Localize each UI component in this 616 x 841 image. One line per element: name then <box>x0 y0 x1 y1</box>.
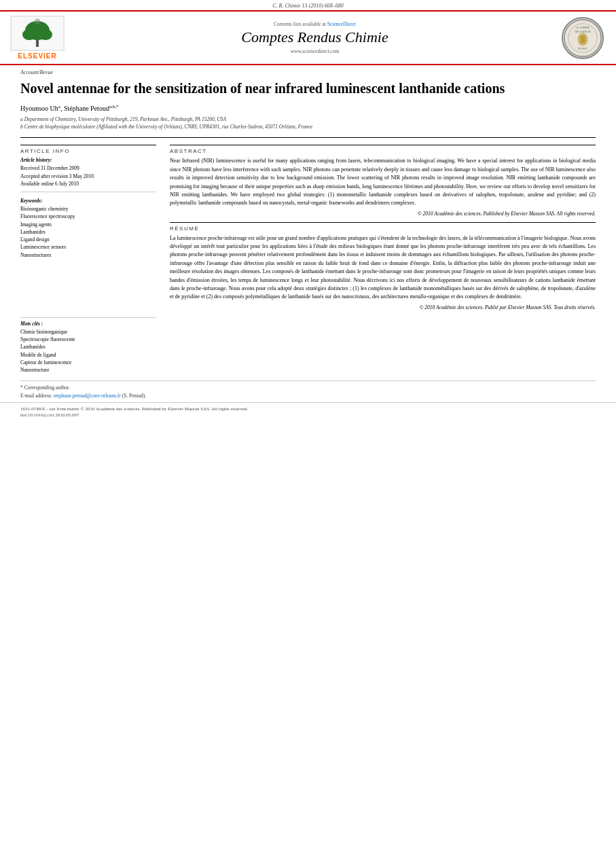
article-type: Account/Revue <box>0 65 616 77</box>
mot-cle-6: Nanostructure <box>20 366 156 374</box>
resume-copyright: © 2010 Académie des sciences. Publié par… <box>170 304 596 310</box>
mots-cles-section-row: Mots clés : Chimie bioinorganique Spectr… <box>0 315 616 374</box>
keyword-7: Nanostructures <box>20 251 156 259</box>
article-history-block: Article history: Received 31 December 20… <box>20 157 156 192</box>
email-address[interactable]: stephane.petoud@cnrs-orleans.fr <box>54 393 121 399</box>
email-attribution: (S. Petoud). <box>122 393 147 399</box>
elsevier-logo: ELSEVIER <box>7 16 68 60</box>
affiliation-marker-ab: a,b,* <box>109 104 119 109</box>
bottom-bar: 1631-0748/$ – see front matter © 2010 Ac… <box>0 402 616 421</box>
journal-header: ELSEVIER Contents lists available at Sci… <box>0 10 616 65</box>
footer-section: * Corresponding author. E-mail address: … <box>20 380 596 399</box>
mot-cle-5: Capteur de luminescence <box>20 359 156 366</box>
academie-emblem-icon: ACADÉMIE DES SCIENCES FRANCE <box>562 17 604 59</box>
svg-point-3 <box>22 29 36 40</box>
top-citation-bar: C. R. Chimie 13 (2010) 668–680 <box>0 0 616 10</box>
abstract-text: Near Infrared (NIR) luminescence is usef… <box>170 157 596 207</box>
keyword-1: Bioinorganic chemistry <box>20 205 156 213</box>
article-authors: Hyounsoo Uha, Stéphane Petouda,b,* <box>0 101 616 115</box>
article-info-header: ARTICLE INFO <box>20 148 156 154</box>
elsevier-tree-icon <box>10 16 65 51</box>
mot-cle-4: Modèle de ligand <box>20 351 156 359</box>
author-hyounsoo: Hyounsoo Uh <box>20 105 58 112</box>
affiliation-a: a Department of Chemistry, University of… <box>20 116 596 124</box>
affiliations: a Department of Chemistry, University of… <box>0 115 616 135</box>
svg-rect-12 <box>580 35 585 43</box>
svg-point-5 <box>35 18 40 24</box>
section-divider <box>20 137 596 138</box>
keyword-2: Fluorescence spectroscopy <box>20 213 156 220</box>
academie-seal-icon: ACADÉMIE DES SCIENCES FRANCE <box>563 18 602 58</box>
accepted-date: Accepted after revision 3 May 2010 <box>20 173 156 180</box>
article-info-column: ARTICLE INFO Article history: Received 3… <box>20 145 156 310</box>
mot-cle-1: Chimie bioinorganique <box>20 328 156 336</box>
affiliation-b: b Centre de biophysique moléculaire (Aff… <box>20 124 596 131</box>
citation-text: C. R. Chimie 13 (2010) 668–680 <box>272 3 344 9</box>
abstract-copyright: © 2010 Académie des sciences. Published … <box>170 211 596 217</box>
author-separator: , Stéphane Petoud <box>60 105 109 112</box>
mot-cle-3: Lanthanides <box>20 343 156 351</box>
history-label: Article history: <box>20 157 156 163</box>
contents-label: Contents lists available at <box>274 21 326 27</box>
resume-header: RÉSUMÉ <box>170 226 596 232</box>
keywords-label: Keywords: <box>20 198 156 204</box>
keyword-5: Ligand design <box>20 236 156 243</box>
mots-cles-right-spacer <box>170 315 596 374</box>
resume-text: La luminescence proche-infrarouge est ut… <box>170 234 596 302</box>
corresponding-author-note: * Corresponding author. <box>20 384 596 391</box>
mots-cles-label: Mots clés : <box>20 321 156 327</box>
abstract-column: ABSTRACT Near Infrared (NIR) luminescenc… <box>170 145 596 310</box>
mots-cles-block: Mots clés : Chimie bioinorganique Spectr… <box>20 317 156 374</box>
doi-line: doi:10.1016/j.crci.2010.05.007 <box>20 412 596 418</box>
contents-available-line: Contents lists available at ScienceDirec… <box>75 21 555 27</box>
sciencedirect-link[interactable]: ScienceDirect <box>327 21 356 27</box>
elsevier-wordmark: ELSEVIER <box>18 52 56 60</box>
svg-text:ACADÉMIE: ACADÉMIE <box>576 26 590 29</box>
keywords-block: Keywords: Bioinorganic chemistry Fluores… <box>20 198 156 263</box>
abstract-header: ABSTRACT <box>170 148 596 154</box>
issn-line: 1631-0748/$ – see front matter © 2010 Ac… <box>20 406 596 413</box>
journal-title: Comptes Rendus Chimie <box>75 29 555 46</box>
journal-url: www.sciencedirect.com <box>75 48 555 54</box>
journal-info: Contents lists available at ScienceDirec… <box>75 21 555 54</box>
mots-cles-column: Mots clés : Chimie bioinorganique Spectr… <box>20 315 156 374</box>
keyword-6: Luminescence sensors <box>20 243 156 251</box>
email-line: E-mail address: stephane.petoud@cnrs-orl… <box>20 392 596 399</box>
received-date: Received 31 December 2009 <box>20 164 156 172</box>
keyword-4: Lanthanides <box>20 228 156 236</box>
email-label: E-mail address: <box>20 393 54 399</box>
svg-text:FRANCE: FRANCE <box>578 48 587 50</box>
article-info-abstract-section: ARTICLE INFO Article history: Received 3… <box>0 141 616 314</box>
article-title: Novel antennae for the sensitization of … <box>0 77 616 101</box>
available-date: Available online 6 July 2010 <box>20 180 156 187</box>
academie-logo: ACADÉMIE DES SCIENCES FRANCE <box>562 17 609 59</box>
keyword-3: Imaging agents <box>20 221 156 228</box>
mot-cle-2: Spectroscopie fluorescente <box>20 336 156 343</box>
svg-point-4 <box>39 29 52 40</box>
corresponding-label: * Corresponding author. <box>20 384 70 391</box>
resume-section: RÉSUMÉ La luminescence proche-infrarouge… <box>170 222 596 310</box>
